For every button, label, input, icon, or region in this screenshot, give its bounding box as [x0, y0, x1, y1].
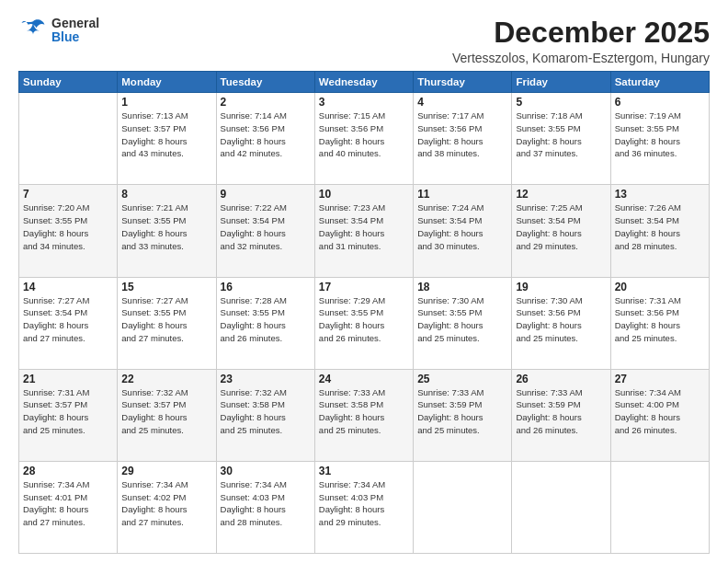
day-info: Sunrise: 7:20 AMSunset: 3:55 PMDaylight:…: [23, 201, 113, 252]
logo: General Blue: [18, 17, 99, 45]
calendar-cell: 30Sunrise: 7:34 AMSunset: 4:03 PMDayligh…: [216, 461, 314, 553]
calendar-page: General Blue December 2025 Vertesszolos,…: [0, 0, 728, 563]
day-info: Sunrise: 7:34 AMSunset: 4:00 PMDaylight:…: [615, 386, 705, 437]
calendar-cell: 26Sunrise: 7:33 AMSunset: 3:59 PMDayligh…: [512, 369, 610, 461]
calendar-cell: 14Sunrise: 7:27 AMSunset: 3:54 PMDayligh…: [19, 277, 118, 369]
day-info: Sunrise: 7:34 AMSunset: 4:03 PMDaylight:…: [319, 478, 409, 529]
day-number: 9: [221, 188, 311, 201]
day-info: Sunrise: 7:33 AMSunset: 3:59 PMDaylight:…: [417, 386, 507, 437]
calendar-cell: 1Sunrise: 7:13 AMSunset: 3:57 PMDaylight…: [118, 93, 216, 185]
calendar-cell: 31Sunrise: 7:34 AMSunset: 4:03 PMDayligh…: [314, 461, 413, 553]
logo-icon: [18, 17, 48, 43]
month-title: December 2025: [452, 17, 710, 49]
logo-text: General Blue: [51, 17, 99, 45]
day-number: 17: [319, 281, 409, 293]
day-number: 10: [319, 188, 409, 201]
day-info: Sunrise: 7:21 AMSunset: 3:55 PMDaylight:…: [121, 201, 211, 252]
day-number: 3: [319, 96, 409, 109]
day-info: Sunrise: 7:33 AMSunset: 3:59 PMDaylight:…: [516, 386, 606, 437]
col-header-wednesday: Wednesday: [314, 72, 413, 93]
col-header-monday: Monday: [118, 72, 216, 93]
day-number: 19: [516, 281, 606, 293]
day-number: 7: [23, 188, 113, 201]
day-info: Sunrise: 7:15 AMSunset: 3:56 PMDaylight:…: [319, 109, 409, 160]
calendar-cell: 18Sunrise: 7:30 AMSunset: 3:55 PMDayligh…: [414, 277, 512, 369]
day-number: 6: [615, 96, 705, 109]
day-number: 21: [23, 373, 113, 385]
calendar-week-1: 1Sunrise: 7:13 AMSunset: 3:57 PMDaylight…: [19, 93, 710, 185]
day-info: Sunrise: 7:28 AMSunset: 3:55 PMDaylight:…: [221, 294, 311, 345]
calendar-cell: 13Sunrise: 7:26 AMSunset: 3:54 PMDayligh…: [610, 185, 709, 277]
calendar-week-4: 21Sunrise: 7:31 AMSunset: 3:57 PMDayligh…: [19, 369, 710, 461]
calendar-cell: 20Sunrise: 7:31 AMSunset: 3:56 PMDayligh…: [610, 277, 709, 369]
calendar-cell: 29Sunrise: 7:34 AMSunset: 4:02 PMDayligh…: [118, 461, 216, 553]
day-info: Sunrise: 7:32 AMSunset: 3:57 PMDaylight:…: [121, 386, 211, 437]
calendar-cell: 6Sunrise: 7:19 AMSunset: 3:55 PMDaylight…: [610, 93, 709, 185]
calendar-cell: [19, 93, 118, 185]
day-info: Sunrise: 7:25 AMSunset: 3:54 PMDaylight:…: [516, 201, 606, 252]
day-number: 31: [319, 465, 409, 477]
calendar-cell: 22Sunrise: 7:32 AMSunset: 3:57 PMDayligh…: [118, 369, 216, 461]
col-header-saturday: Saturday: [610, 72, 709, 93]
calendar-cell: 3Sunrise: 7:15 AMSunset: 3:56 PMDaylight…: [314, 93, 413, 185]
day-info: Sunrise: 7:30 AMSunset: 3:55 PMDaylight:…: [417, 294, 507, 345]
day-number: 30: [221, 465, 311, 477]
day-number: 14: [23, 281, 113, 293]
calendar-cell: 11Sunrise: 7:24 AMSunset: 3:54 PMDayligh…: [414, 185, 512, 277]
calendar-cell: 12Sunrise: 7:25 AMSunset: 3:54 PMDayligh…: [512, 185, 610, 277]
calendar-cell: 7Sunrise: 7:20 AMSunset: 3:55 PMDaylight…: [19, 185, 118, 277]
header: General Blue December 2025 Vertesszolos,…: [18, 17, 710, 65]
calendar-cell: 16Sunrise: 7:28 AMSunset: 3:55 PMDayligh…: [216, 277, 314, 369]
day-number: 15: [121, 281, 211, 293]
day-number: 18: [417, 281, 507, 293]
calendar-cell: 4Sunrise: 7:17 AMSunset: 3:56 PMDaylight…: [414, 93, 512, 185]
calendar-cell: 5Sunrise: 7:18 AMSunset: 3:55 PMDaylight…: [512, 93, 610, 185]
day-number: 24: [319, 373, 409, 385]
day-number: 8: [121, 188, 211, 201]
day-info: Sunrise: 7:13 AMSunset: 3:57 PMDaylight:…: [121, 109, 211, 160]
calendar-header-row: SundayMondayTuesdayWednesdayThursdayFrid…: [19, 72, 710, 93]
col-header-friday: Friday: [512, 72, 610, 93]
day-info: Sunrise: 7:26 AMSunset: 3:54 PMDaylight:…: [615, 201, 705, 252]
col-header-tuesday: Tuesday: [216, 72, 314, 93]
calendar-cell: 24Sunrise: 7:33 AMSunset: 3:58 PMDayligh…: [314, 369, 413, 461]
day-info: Sunrise: 7:18 AMSunset: 3:55 PMDaylight:…: [516, 109, 606, 160]
day-number: 13: [615, 188, 705, 201]
day-number: 25: [417, 373, 507, 385]
calendar-cell: [610, 461, 709, 553]
day-number: 28: [23, 465, 113, 477]
day-info: Sunrise: 7:34 AMSunset: 4:03 PMDaylight:…: [221, 478, 311, 529]
day-info: Sunrise: 7:30 AMSunset: 3:56 PMDaylight:…: [516, 294, 606, 345]
calendar-cell: 23Sunrise: 7:32 AMSunset: 3:58 PMDayligh…: [216, 369, 314, 461]
day-number: 12: [516, 188, 606, 201]
logo-general: General: [51, 17, 99, 30]
day-number: 16: [221, 281, 311, 293]
day-number: 1: [121, 96, 211, 109]
calendar-cell: 27Sunrise: 7:34 AMSunset: 4:00 PMDayligh…: [610, 369, 709, 461]
day-info: Sunrise: 7:33 AMSunset: 3:58 PMDaylight:…: [319, 386, 409, 437]
calendar-cell: 8Sunrise: 7:21 AMSunset: 3:55 PMDaylight…: [118, 185, 216, 277]
day-number: 26: [516, 373, 606, 385]
day-number: 5: [516, 96, 606, 109]
day-number: 23: [221, 373, 311, 385]
day-info: Sunrise: 7:14 AMSunset: 3:56 PMDaylight:…: [221, 109, 311, 160]
title-block: December 2025 Vertesszolos, Komarom-Eszt…: [452, 17, 710, 65]
day-info: Sunrise: 7:31 AMSunset: 3:56 PMDaylight:…: [615, 294, 705, 345]
calendar-cell: [414, 461, 512, 553]
day-number: 29: [121, 465, 211, 477]
calendar-cell: 25Sunrise: 7:33 AMSunset: 3:59 PMDayligh…: [414, 369, 512, 461]
calendar-cell: 9Sunrise: 7:22 AMSunset: 3:54 PMDaylight…: [216, 185, 314, 277]
day-info: Sunrise: 7:23 AMSunset: 3:54 PMDaylight:…: [319, 201, 409, 252]
calendar-cell: 15Sunrise: 7:27 AMSunset: 3:55 PMDayligh…: [118, 277, 216, 369]
day-info: Sunrise: 7:34 AMSunset: 4:02 PMDaylight:…: [121, 478, 211, 529]
day-info: Sunrise: 7:19 AMSunset: 3:55 PMDaylight:…: [615, 109, 705, 160]
calendar-week-2: 7Sunrise: 7:20 AMSunset: 3:55 PMDaylight…: [19, 185, 710, 277]
day-number: 27: [615, 373, 705, 385]
calendar-cell: 17Sunrise: 7:29 AMSunset: 3:55 PMDayligh…: [314, 277, 413, 369]
location-subtitle: Vertesszolos, Komarom-Esztergom, Hungary: [452, 51, 710, 65]
calendar-table: SundayMondayTuesdayWednesdayThursdayFrid…: [18, 71, 710, 554]
day-number: 2: [221, 96, 311, 109]
calendar-cell: 10Sunrise: 7:23 AMSunset: 3:54 PMDayligh…: [314, 185, 413, 277]
calendar-cell: [512, 461, 610, 553]
day-number: 22: [121, 373, 211, 385]
